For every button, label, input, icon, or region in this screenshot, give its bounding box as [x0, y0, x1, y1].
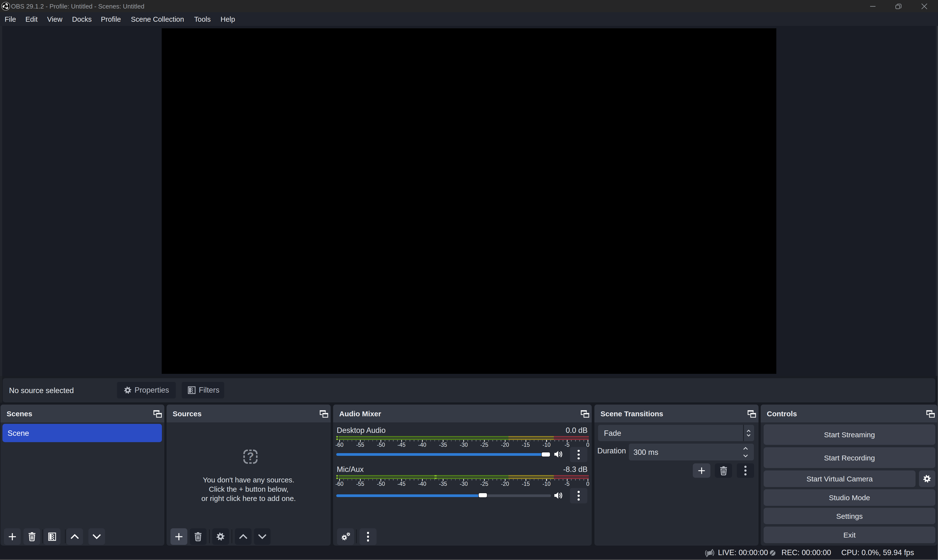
svg-text:?: ? [247, 450, 254, 463]
